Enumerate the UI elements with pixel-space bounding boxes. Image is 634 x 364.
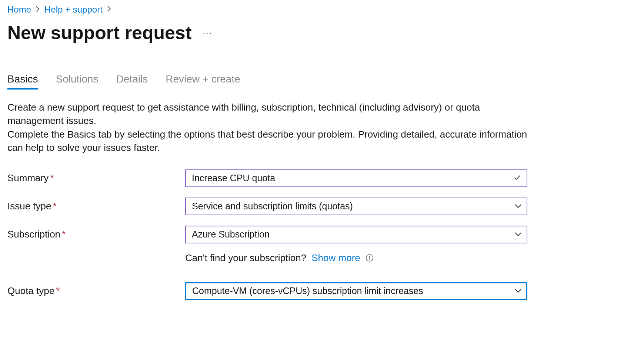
quota-type-select[interactable]: Compute-VM (cores-vCPUs) subscription li… bbox=[185, 282, 527, 300]
issue-type-label: Issue type* bbox=[7, 200, 185, 212]
tab-details[interactable]: Details bbox=[116, 73, 148, 90]
form-row-quota-type: Quota type* Compute-VM (cores-vCPUs) sub… bbox=[7, 282, 627, 300]
tab-solutions[interactable]: Solutions bbox=[56, 73, 98, 90]
summary-label: Summary* bbox=[7, 172, 185, 184]
summary-input[interactable]: Increase CPU quota bbox=[185, 169, 527, 187]
chevron-right-icon bbox=[107, 6, 111, 14]
form-row-issue-type: Issue type* Service and subscription lim… bbox=[7, 198, 627, 215]
breadcrumb-help-support-link[interactable]: Help + support bbox=[44, 4, 103, 15]
subscription-helper-row: Can't find your subscription? Show more bbox=[7, 252, 627, 264]
info-icon[interactable] bbox=[366, 254, 374, 262]
breadcrumb-home-link[interactable]: Home bbox=[7, 4, 31, 15]
tab-basics[interactable]: Basics bbox=[7, 73, 38, 90]
required-indicator: * bbox=[50, 172, 54, 183]
tabs: Basics Solutions Details Review + create bbox=[7, 73, 627, 90]
subscription-label: Subscription* bbox=[7, 229, 185, 240]
form-row-summary: Summary* Increase CPU quota bbox=[7, 169, 627, 187]
more-icon[interactable]: ··· bbox=[203, 28, 212, 38]
required-indicator: * bbox=[53, 200, 57, 212]
breadcrumb: Home Help + support bbox=[7, 4, 627, 15]
form-row-subscription: Subscription* Azure Subscription bbox=[7, 226, 627, 243]
tab-review-create[interactable]: Review + create bbox=[166, 73, 240, 90]
chevron-right-icon bbox=[36, 6, 40, 14]
description-text: Create a new support request to get assi… bbox=[7, 101, 537, 155]
subscription-select[interactable]: Azure Subscription bbox=[185, 226, 527, 243]
issue-type-select[interactable]: Service and subscription limits (quotas) bbox=[185, 198, 527, 215]
page-title-row: New support request ··· bbox=[7, 22, 627, 44]
required-indicator: * bbox=[56, 285, 60, 296]
page-title: New support request bbox=[7, 22, 191, 44]
quota-type-label: Quota type* bbox=[7, 285, 185, 297]
subscription-helper-text: Can't find your subscription? Show more bbox=[185, 252, 374, 264]
svg-point-1 bbox=[369, 256, 370, 257]
show-more-link[interactable]: Show more bbox=[311, 252, 360, 264]
required-indicator: * bbox=[62, 229, 66, 240]
